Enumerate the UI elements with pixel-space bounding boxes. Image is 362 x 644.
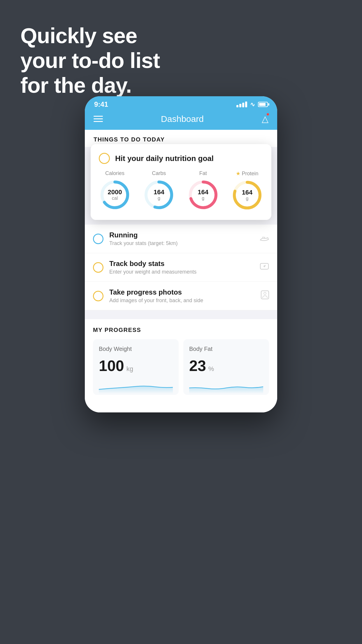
- body-fat-unit: %: [208, 365, 214, 373]
- body-fat-card[interactable]: Body Fat 23 %: [183, 339, 269, 395]
- body-weight-value-row: 100 kg: [99, 357, 173, 374]
- nutrition-card[interactable]: Hit your daily nutrition goal Calories 2…: [91, 144, 271, 220]
- phone-mockup: 9:41 ∿ Dashboard △ THINGS TO DO TODAY: [85, 96, 277, 412]
- status-bar: 9:41 ∿: [85, 96, 277, 111]
- protein-donut: 164 g: [231, 179, 263, 211]
- notifications-button[interactable]: △: [262, 114, 268, 124]
- nav-bar: Dashboard △: [85, 111, 277, 130]
- hero-heading: Quickly see your to-do list for the day.: [20, 23, 160, 98]
- body-stats-check-circle: [93, 262, 103, 273]
- star-icon: ★: [236, 170, 240, 177]
- hero-line3: for the day.: [20, 73, 131, 97]
- progress-cards: Body Weight 100 kg: [93, 339, 269, 395]
- todo-body-stats[interactable]: Track body stats Enter your weight and m…: [85, 253, 277, 282]
- body-weight-title: Body Weight: [99, 346, 173, 352]
- nutrition-fat: Fat 164 g: [187, 170, 219, 211]
- body-weight-unit: kg: [126, 365, 133, 373]
- svg-point-9: [264, 266, 265, 267]
- svg-rect-8: [260, 263, 268, 269]
- my-progress-section: MY PROGRESS Body Weight 100 kg: [85, 319, 277, 404]
- body-fat-value-row: 23 %: [189, 357, 263, 374]
- body-fat-number: 23: [189, 357, 206, 374]
- carbs-label: Carbs: [152, 170, 166, 176]
- nutrition-card-title-row: Hit your daily nutrition goal: [99, 153, 263, 164]
- todo-running[interactable]: Running Track your stats (target: 5km): [85, 225, 277, 253]
- photos-check-circle: [93, 291, 103, 301]
- running-subtitle: Track your stats (target: 5km): [109, 240, 254, 246]
- svg-point-11: [264, 292, 266, 295]
- spacer: [85, 310, 277, 319]
- phone-bottom: [85, 404, 277, 412]
- running-text: Running Track your stats (target: 5km): [109, 231, 254, 246]
- carbs-value: 164: [154, 189, 164, 196]
- running-title: Running: [109, 231, 254, 239]
- photos-subtitle: Add images of your front, back, and side: [109, 298, 255, 304]
- todo-progress-photos[interactable]: Take progress photos Add images of your …: [85, 282, 277, 310]
- time-display: 9:41: [94, 100, 108, 108]
- my-progress-header: MY PROGRESS: [93, 327, 269, 333]
- calories-value: 2000: [108, 189, 122, 196]
- scale-icon: [260, 262, 269, 272]
- running-check-circle: [93, 234, 103, 244]
- body-stats-title: Track body stats: [109, 260, 254, 268]
- fat-donut: 164 g: [187, 179, 219, 211]
- hero-line1: Quickly see: [20, 24, 137, 48]
- person-icon: [261, 290, 269, 301]
- nutrition-grid: Calories 2000 cal Carbs: [99, 170, 263, 211]
- photos-title: Take progress photos: [109, 288, 255, 296]
- calories-unit: cal: [108, 196, 122, 201]
- todo-list: Running Track your stats (target: 5km) T…: [85, 225, 277, 310]
- body-stats-text: Track body stats Enter your weight and m…: [109, 260, 254, 275]
- battery-icon: [258, 102, 268, 107]
- calories-donut: 2000 cal: [99, 179, 131, 211]
- protein-label: ★Protein: [236, 170, 258, 177]
- protein-value: 164: [242, 189, 253, 196]
- fat-label: Fat: [199, 170, 207, 176]
- status-icons: ∿: [236, 101, 268, 108]
- svg-rect-10: [261, 291, 269, 299]
- signal-icon: [236, 102, 247, 107]
- calories-label: Calories: [105, 170, 124, 176]
- fat-value: 164: [198, 189, 208, 196]
- nav-title: Dashboard: [161, 114, 204, 124]
- nutrition-protein: ★Protein 164 g: [231, 170, 263, 211]
- body-fat-sparkline: [189, 379, 263, 394]
- nutrition-check-circle: [99, 153, 110, 164]
- photos-text: Take progress photos Add images of your …: [109, 288, 255, 304]
- body-weight-number: 100: [99, 357, 124, 374]
- wifi-icon: ∿: [250, 101, 255, 108]
- nutrition-goal-title: Hit your daily nutrition goal: [115, 154, 214, 163]
- nutrition-calories: Calories 2000 cal: [99, 170, 131, 211]
- carbs-donut: 164 g: [143, 179, 175, 211]
- content-area: THINGS TO DO TODAY Hit your daily nutrit…: [85, 130, 277, 412]
- nutrition-carbs: Carbs 164 g: [143, 170, 175, 211]
- carbs-unit: g: [154, 196, 164, 201]
- body-weight-card[interactable]: Body Weight 100 kg: [93, 339, 179, 395]
- body-fat-title: Body Fat: [189, 346, 263, 352]
- shoe-icon: [260, 234, 269, 244]
- body-weight-sparkline: [99, 379, 173, 394]
- menu-button[interactable]: [94, 116, 103, 122]
- fat-unit: g: [198, 196, 208, 201]
- protein-unit: g: [242, 196, 253, 201]
- hero-line2: your to-do list: [20, 48, 160, 73]
- body-stats-subtitle: Enter your weight and measurements: [109, 269, 254, 275]
- notification-badge: [266, 113, 270, 116]
